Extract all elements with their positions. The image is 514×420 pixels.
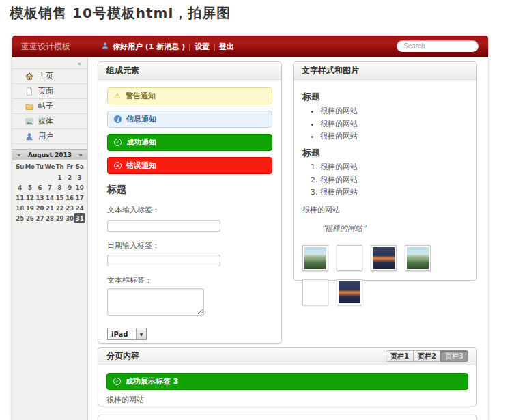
calendar-next-button[interactable]: » (78, 152, 83, 158)
sidebar-collapse-button[interactable]: « (12, 57, 87, 68)
thumbnail-sunset[interactable] (337, 279, 362, 305)
thumbnail-people[interactable] (302, 279, 328, 305)
sidebar-item-home[interactable]: 主页 (12, 68, 87, 83)
thumbnail-castle[interactable] (302, 245, 328, 271)
calendar-day[interactable]: 5 (25, 182, 35, 193)
calendar-day[interactable]: 17 (74, 193, 85, 203)
main-content: 组成元素 ⚠警告通知i信息通知✓成功通知×错误通知 标题 文本输入标签： 日期输… (88, 57, 488, 420)
calendar-day[interactable]: 25 (15, 213, 25, 223)
calendar-day[interactable]: 28 (45, 213, 55, 223)
tab-group: 页栏1页栏2页栏3 (386, 350, 468, 362)
calendar-weekday-row: SuMoTuWeThFrSa (12, 160, 87, 172)
list-item-link[interactable]: 很棒的网站 (320, 187, 468, 197)
app-header: 蓝蓝设计模板 你好用户 (1 新消息 ) | 设置 | 登出 (12, 36, 488, 57)
calendar-widget: « August 2013 » SuMoTuWeThFrSa 123456789… (12, 149, 87, 223)
panel-components-header: 组成元素 (98, 62, 281, 80)
cross-icon: × (114, 162, 122, 169)
calendar-day[interactable]: 7 (45, 182, 55, 193)
calendar-weekday: Su (15, 160, 25, 172)
calendar-day[interactable]: 4 (15, 182, 25, 193)
calendar-day[interactable]: 14 (45, 193, 55, 203)
calendar-day[interactable]: 24 (74, 203, 85, 213)
list-item-link[interactable]: 很棒的网站 (320, 106, 468, 116)
text-input[interactable] (107, 220, 220, 232)
alert-label: 成功通知 (126, 137, 156, 148)
calendar-day[interactable]: 3 (74, 172, 85, 182)
list-heading: 标题 (302, 91, 468, 103)
panel-partial-next (98, 415, 477, 420)
numbered-list: 很棒的网站很棒的网站很棒的网站 (320, 162, 468, 197)
calendar-day (45, 172, 55, 182)
tab-1[interactable]: 页栏1 (386, 350, 414, 362)
calendar-day[interactable]: 20 (35, 203, 45, 213)
list-item-link[interactable]: 很棒的网站 (320, 119, 468, 129)
list-item-link[interactable]: 很棒的网站 (320, 175, 468, 185)
calendar-day[interactable]: 11 (15, 193, 25, 203)
device-select[interactable]: iPad ▼ (107, 328, 147, 340)
panel-text-styles: 文字样式和图片 标题 很棒的网站很棒的网站很棒的网站 标题 很棒的网站很棒的网站… (293, 61, 477, 281)
calendar-day[interactable]: 12 (25, 193, 35, 203)
castle-image (407, 247, 429, 269)
calendar-day (15, 172, 25, 182)
sidebar-item-page[interactable]: 页面 (12, 83, 87, 98)
calendar-day[interactable]: 21 (45, 203, 55, 213)
calendar-day[interactable]: 9 (65, 182, 75, 193)
logout-link[interactable]: 登出 (219, 42, 234, 52)
home-icon (25, 72, 33, 81)
calendar-day[interactable]: 13 (35, 193, 45, 203)
panel-title: 分页内容 (106, 350, 139, 362)
calendar-day-today[interactable]: 31 (74, 213, 85, 223)
sidebar-item-media[interactable]: 媒体 (12, 113, 87, 128)
user-greeting[interactable]: 你好用户 (1 新消息 ) (113, 42, 185, 52)
panel-text-styles-header: 文字样式和图片 (294, 62, 476, 80)
calendar-day[interactable]: 1 (55, 172, 65, 182)
select-value: iPad (108, 331, 136, 338)
calendar-day[interactable]: 22 (55, 203, 65, 213)
sidebar-item-label: 帖子 (38, 101, 53, 111)
sidebar-item-posts[interactable]: 帖子 (12, 98, 87, 113)
calendar-day[interactable]: 27 (35, 213, 45, 223)
error-alert: ×错误通知 (107, 157, 272, 174)
calendar-weekday: Tu (35, 160, 45, 172)
list-item-link[interactable]: 很棒的网站 (320, 131, 468, 141)
calendar-day[interactable]: 8 (55, 182, 65, 193)
check-icon: ✓ (113, 378, 121, 385)
list-item-link[interactable]: 很棒的网站 (320, 162, 468, 172)
search-input[interactable] (397, 40, 479, 52)
user-area: 你好用户 (1 新消息 ) | 设置 | 登出 (101, 36, 234, 57)
media-icon (25, 117, 33, 126)
separator: | (188, 42, 191, 51)
paragraph-text: 很棒的网站 (302, 205, 468, 215)
settings-link[interactable]: 设置 (195, 42, 210, 52)
alert-label: 成功展示标签 3 (126, 376, 178, 387)
app-body: « 主页页面帖子媒体用户 « August 2013 » SuMoTuWeThF… (12, 57, 488, 420)
calendar-day[interactable]: 26 (25, 213, 35, 223)
calendar-day[interactable]: 6 (35, 182, 45, 193)
date-input[interactable] (107, 255, 220, 266)
thumbnail-people[interactable] (337, 245, 362, 271)
calendar-day[interactable]: 15 (55, 193, 65, 203)
thumbnail-castle[interactable] (405, 245, 431, 271)
calendar-day[interactable]: 10 (74, 182, 85, 193)
thumbnail-sunset[interactable] (371, 245, 397, 271)
separator: | (213, 42, 216, 51)
calendar-day[interactable]: 30 (65, 213, 75, 223)
calendar-day (35, 172, 45, 182)
calendar-day[interactable]: 16 (65, 193, 75, 203)
app-window: 蓝蓝设计模板 你好用户 (1 新消息 ) | 设置 | 登出 « 主页页面帖子媒… (12, 36, 488, 420)
tab-3[interactable]: 页栏3 (440, 350, 468, 362)
calendar-day[interactable]: 19 (25, 203, 35, 213)
brand-logo[interactable]: 蓝蓝设计模板 (21, 36, 70, 57)
sidebar-item-users[interactable]: 用户 (12, 128, 87, 143)
posts-icon (25, 102, 33, 111)
castle-image (304, 247, 326, 269)
calendar-day[interactable]: 23 (65, 203, 75, 213)
calendar-day[interactable]: 2 (65, 172, 75, 182)
calendar-day[interactable]: 29 (55, 213, 65, 223)
date-input-label: 日期输入标签： (107, 240, 272, 251)
thumbnail-grid (302, 245, 453, 305)
textarea-field[interactable] (107, 288, 204, 316)
calendar-day[interactable]: 18 (15, 203, 25, 213)
tab-2[interactable]: 页栏2 (413, 350, 441, 362)
panel-tabbed-header: 分页内容 页栏1页栏2页栏3 (98, 348, 476, 365)
